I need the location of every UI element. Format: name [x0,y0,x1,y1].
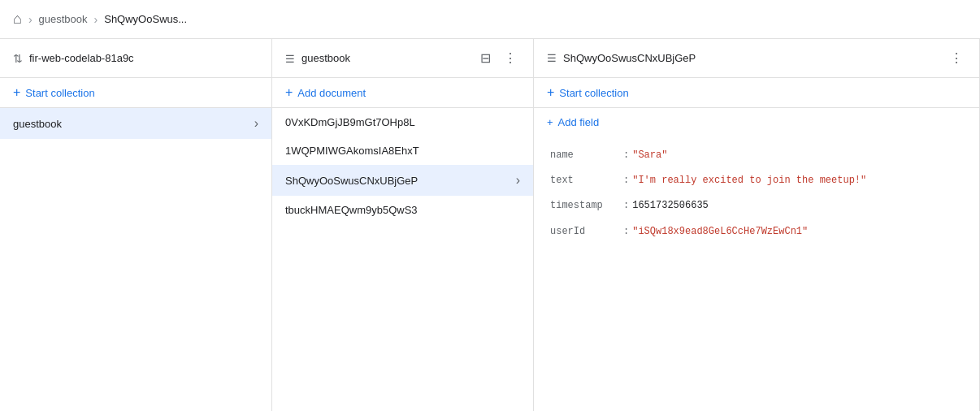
mid-panel-actions: ⊟ ⋮ [477,47,520,69]
fields-section: name : "Sara" text : "I'm really excited… [534,136,979,251]
filter-icon[interactable]: ⊟ [477,47,494,69]
breadcrumb-sep-1: › [28,13,33,26]
add-doc-plus-icon: + [285,86,293,99]
doc-id-3: tbuckHMAEQwm9yb5QwS3 [285,204,520,216]
add-field-plus-icon: + [547,116,553,128]
add-document-button[interactable]: + Add document [272,78,533,108]
doc-id-0: 0VxKDmGjJB9mGt7OHp8L [285,116,520,128]
right-panel: ☰ ShQwyOoSwusCNxUBjGeP ⋮ + Start collect… [534,39,980,411]
doc-id-2: ShQwyOoSwusCNxUBjGeP [285,175,516,187]
selected-doc-chevron-icon: › [516,173,520,188]
left-panel: ⇅ fir-web-codelab-81a9c + Start collecti… [0,39,272,411]
mid-panel-header: guestbook ⊟ ⋮ [272,39,533,78]
left-panel-icon: ⇅ [13,52,23,65]
field-key-name: name [550,148,623,163]
plus-icon: + [13,86,20,99]
right-start-collection-label: Start collection [559,87,628,99]
panels: ⇅ fir-web-codelab-81a9c + Start collecti… [0,39,980,411]
right-start-collection-button[interactable]: + Start collection [534,78,979,108]
right-plus-icon-1: + [547,86,554,99]
doc-id-1: 1WQPMIWGAkomsIA8EhxT [285,145,520,157]
field-value-timestamp: 1651732506635 [632,198,709,214]
chevron-right-icon: › [254,116,258,131]
add-document-label: Add document [297,87,366,99]
breadcrumb-doc[interactable]: ShQwyOoSwus... [104,13,187,25]
field-colon-name: : [623,148,629,163]
field-colon-timestamp: : [623,198,629,214]
more-options-icon[interactable]: ⋮ [501,47,520,69]
right-panel-doc-icon: ☰ [547,52,557,64]
field-value-userid: "iSQw18x9ead8GeL6CcHe7WzEwCn1" [632,224,808,240]
doc-item-3[interactable]: tbuckHMAEQwm9yb5QwS3 [272,196,533,224]
start-collection-label: Start collection [25,87,94,99]
start-collection-button[interactable]: + Start collection [0,78,271,108]
field-userid: userId : "iSQw18x9ead8GeL6CcHe7WzEwCn1" [534,219,979,244]
topbar: ⌂ › guestbook › ShQwyOoSwus... [0,0,980,39]
field-value-text: "I'm really excited to join the meetup!" [632,173,866,188]
field-key-text: text [550,173,623,188]
add-field-label: Add field [558,116,600,128]
right-panel-actions: ⋮ [947,47,966,69]
breadcrumb-guestbook[interactable]: guestbook [39,13,88,25]
add-field-button[interactable]: + Add field [534,108,979,136]
breadcrumb-sep-2: › [94,13,98,26]
mid-panel-title: guestbook [301,52,470,64]
field-key-userid: userId [550,224,623,240]
collection-guestbook[interactable]: guestbook › [0,108,271,139]
left-panel-content: + Start collection guestbook › [0,78,271,411]
mid-panel-doc-icon [285,51,295,66]
mid-panel: guestbook ⊟ ⋮ + Add document 0VxKDmGjJB9… [272,39,534,411]
collection-guestbook-label: guestbook [13,118,254,130]
doc-item-2[interactable]: ShQwyOoSwusCNxUBjGeP › [272,165,533,196]
left-panel-title: fir-web-codelab-81a9c [29,52,258,64]
field-timestamp: timestamp : 1651732506635 [534,193,979,218]
mid-panel-content: + Add document 0VxKDmGjJB9mGt7OHp8L 1WQP… [272,78,533,411]
field-name: name : "Sara" [534,143,979,168]
doc-item-0[interactable]: 0VxKDmGjJB9mGt7OHp8L [272,108,533,136]
field-key-timestamp: timestamp [550,198,623,214]
doc-item-1[interactable]: 1WQPMIWGAkomsIA8EhxT [272,136,533,165]
home-icon[interactable]: ⌂ [13,11,22,28]
right-panel-header: ☰ ShQwyOoSwusCNxUBjGeP ⋮ [534,39,979,78]
field-colon-text: : [623,173,629,188]
field-colon-userid: : [623,224,629,240]
right-panel-content: + Start collection + Add field name : "S… [534,78,979,411]
right-panel-title: ShQwyOoSwusCNxUBjGeP [563,52,940,64]
left-panel-header: ⇅ fir-web-codelab-81a9c [0,39,271,78]
right-more-options-icon[interactable]: ⋮ [947,47,966,69]
field-text: text : "I'm really excited to join the m… [534,168,979,193]
field-value-name: "Sara" [632,148,667,163]
